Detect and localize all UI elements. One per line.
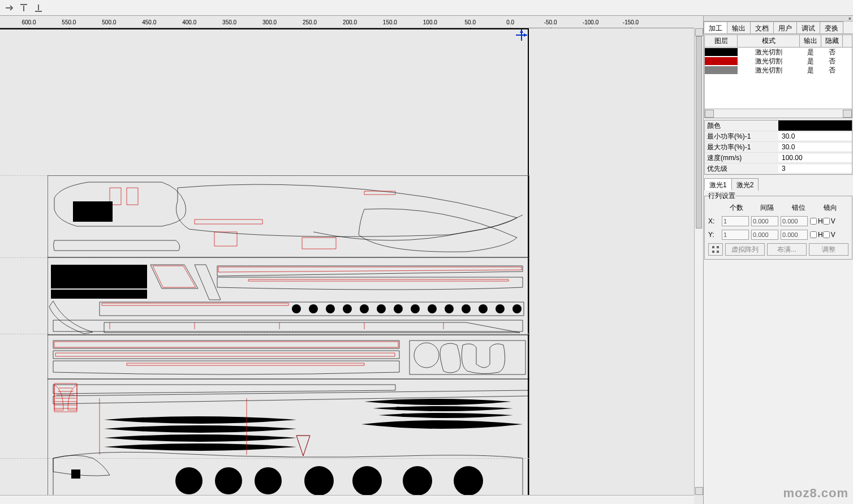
layers-body[interactable]: 激光切割是否激光切割是否激光切割是否 bbox=[705, 48, 852, 109]
layer-mode: 激光切割 bbox=[738, 57, 800, 66]
right-panel: × 加工 输出 文档 用户 调试 变换 图层 模式 输出 隐藏 激光切割是否激光… bbox=[703, 16, 853, 504]
origin-marker-icon bbox=[515, 28, 528, 44]
ruler-tick: 400.0 bbox=[182, 19, 196, 25]
ruler-tick: 300.0 bbox=[262, 19, 277, 25]
worksheet-border bbox=[0, 28, 529, 495]
layers-scrollbar[interactable] bbox=[705, 109, 852, 118]
svg-rect-52 bbox=[712, 246, 714, 248]
tab-laser1[interactable]: 激光1 bbox=[704, 178, 732, 191]
align-toggle-left-button[interactable] bbox=[2, 1, 16, 15]
watermark: moz8.com bbox=[783, 486, 848, 501]
layers-header-hidden: 隐藏 bbox=[821, 35, 843, 47]
prop-speed-value[interactable]: 100.00 bbox=[778, 154, 852, 162]
layer-row[interactable]: 激光切割是否 bbox=[705, 57, 852, 66]
prop-priority-value[interactable]: 3 bbox=[778, 165, 852, 173]
layers-header-output: 输出 bbox=[800, 35, 821, 47]
ruler-tick: 250.0 bbox=[303, 19, 317, 25]
array-head-offset: 错位 bbox=[783, 203, 815, 213]
array-x-v-checkbox[interactable] bbox=[823, 218, 830, 225]
prop-priority-label: 优先级 bbox=[705, 164, 778, 174]
tab-debug[interactable]: 调试 bbox=[796, 21, 820, 33]
layer-hidden: 否 bbox=[821, 57, 843, 66]
tab-transform[interactable]: 变换 bbox=[820, 21, 843, 33]
ruler-tick: 150.0 bbox=[383, 19, 397, 25]
ruler-tick: 500.0 bbox=[102, 19, 116, 25]
prop-color-label: 颜色 bbox=[705, 121, 778, 131]
svg-rect-54 bbox=[712, 251, 714, 253]
array-x-count-input[interactable] bbox=[722, 216, 749, 226]
array-head-count: 个数 bbox=[722, 203, 751, 213]
main-tabs: 加工 输出 文档 用户 调试 变换 bbox=[704, 21, 853, 34]
layer-output: 是 bbox=[800, 57, 821, 66]
ruler-tick: 450.0 bbox=[142, 19, 156, 25]
layer-mode: 激光切割 bbox=[738, 66, 800, 75]
ruler-tick: 0.0 bbox=[506, 19, 514, 25]
tab-document[interactable]: 文档 bbox=[750, 21, 774, 33]
array-y-gap-input[interactable] bbox=[751, 230, 778, 240]
prop-max-power-label: 最大功率(%)-1 bbox=[705, 143, 778, 152]
array-head-mirror: 镜向 bbox=[815, 203, 846, 213]
tab-laser2[interactable]: 激光2 bbox=[731, 178, 759, 191]
ruler-tick: 550.0 bbox=[62, 19, 76, 25]
prop-color-swatch[interactable] bbox=[778, 120, 852, 131]
layer-output: 是 bbox=[800, 48, 821, 57]
canvas-area[interactable]: 50.0600.0550.0500.0450.0400.0350.0300.02… bbox=[0, 16, 703, 504]
array-y-count-input[interactable] bbox=[722, 230, 749, 240]
array-x-label: X: bbox=[708, 217, 722, 225]
virtual-array-button[interactable]: 虚拟阵列 bbox=[725, 243, 765, 256]
svg-rect-55 bbox=[717, 251, 719, 253]
ruler-tick: 200.0 bbox=[343, 19, 357, 25]
adjust-button[interactable]: 调整 bbox=[809, 243, 848, 256]
fill-button[interactable]: 布满... bbox=[767, 243, 807, 256]
prop-max-power-value[interactable]: 30.0 bbox=[778, 143, 852, 151]
layer-row[interactable]: 激光切割是否 bbox=[705, 48, 852, 57]
panel-close-icon[interactable]: × bbox=[848, 16, 851, 21]
array-settings: 行列设置 个数 间隔 错位 镜向 X: H V Y: H bbox=[704, 191, 852, 260]
array-head-gap: 间隔 bbox=[751, 203, 783, 213]
array-y-offset-input[interactable] bbox=[781, 230, 808, 240]
layers-scroll-left[interactable] bbox=[705, 110, 714, 118]
horizontal-ruler: 50.0600.0550.0500.0450.0400.0350.0300.02… bbox=[0, 16, 694, 28]
scroll-up-button[interactable] bbox=[695, 28, 703, 36]
layer-output: 是 bbox=[800, 66, 821, 75]
array-x-offset-input[interactable] bbox=[781, 216, 808, 226]
laser-sub-tabs: 激光1 激光2 bbox=[704, 178, 852, 191]
layer-color-swatch bbox=[705, 57, 738, 65]
drawing-canvas[interactable] bbox=[0, 28, 694, 495]
align-bottom-button[interactable] bbox=[32, 1, 45, 15]
prop-min-power-label: 最小功率(%)-1 bbox=[705, 132, 778, 141]
array-title: 行列设置 bbox=[708, 191, 735, 201]
horizontal-scrollbar[interactable] bbox=[0, 495, 694, 504]
tab-process[interactable]: 加工 bbox=[704, 21, 727, 33]
ruler-tick: -50.0 bbox=[544, 19, 557, 25]
svg-rect-53 bbox=[717, 246, 719, 248]
vertical-scrollbar[interactable] bbox=[694, 28, 703, 495]
ruler-tick: 350.0 bbox=[222, 19, 236, 25]
layers-header-layer: 图层 bbox=[705, 35, 738, 47]
array-x-h-checkbox[interactable] bbox=[810, 218, 817, 225]
main-layout: 50.0600.0550.0500.0450.0400.0350.0300.02… bbox=[0, 16, 853, 504]
array-grid-icon-button[interactable] bbox=[708, 243, 723, 256]
array-y-label: Y: bbox=[708, 231, 722, 239]
array-y-h-checkbox[interactable] bbox=[810, 231, 817, 238]
tab-user[interactable]: 用户 bbox=[773, 21, 797, 33]
layer-color-swatch bbox=[705, 48, 738, 56]
align-top-button[interactable] bbox=[17, 1, 31, 15]
array-x-gap-input[interactable] bbox=[751, 216, 778, 226]
array-y-v-checkbox[interactable] bbox=[823, 231, 830, 238]
prop-min-power-value[interactable]: 30.0 bbox=[778, 132, 852, 140]
ruler-tick: 100.0 bbox=[423, 19, 437, 25]
scroll-thumb[interactable] bbox=[696, 36, 702, 229]
layer-hidden: 否 bbox=[821, 48, 843, 57]
layers-table: 图层 模式 输出 隐藏 激光切割是否激光切割是否激光切割是否 bbox=[704, 35, 852, 118]
ruler-tick: 600.0 bbox=[21, 19, 36, 25]
layers-scroll-right[interactable] bbox=[843, 110, 852, 118]
layer-hidden: 否 bbox=[821, 66, 843, 75]
layer-row[interactable]: 激光切割是否 bbox=[705, 66, 852, 75]
ruler-tick: 50.0 bbox=[465, 19, 476, 25]
ruler-tick: -150.0 bbox=[623, 19, 639, 25]
scroll-down-button[interactable] bbox=[695, 487, 703, 495]
layers-header-mode: 模式 bbox=[738, 35, 800, 47]
tab-output[interactable]: 输出 bbox=[727, 21, 751, 33]
layers-header: 图层 模式 输出 隐藏 bbox=[705, 35, 852, 48]
